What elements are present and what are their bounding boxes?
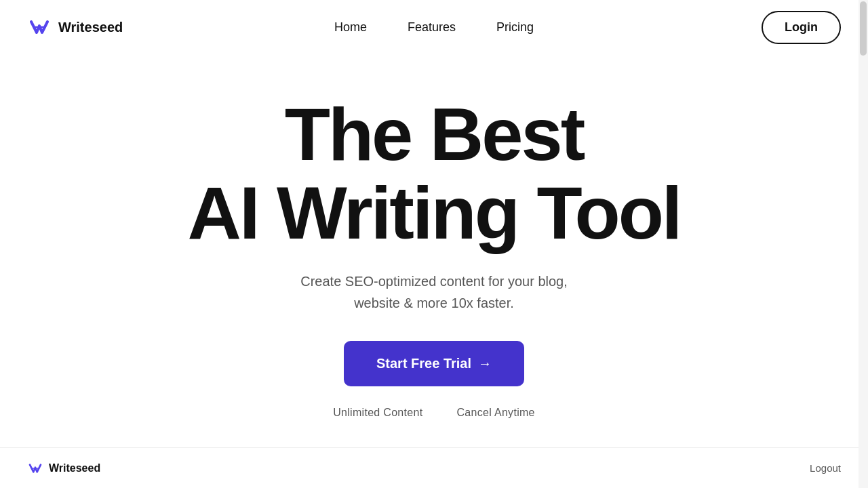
logo-text: Writeseed xyxy=(58,20,123,35)
hero-subtitle: Create SEO-optimized content for your bl… xyxy=(300,270,568,314)
badge-unlimited-content: Unlimited Content xyxy=(333,407,422,419)
navbar: Writeseed Home Features Pricing Login xyxy=(0,0,868,54)
feature-badges: Unlimited Content Cancel Anytime xyxy=(333,407,535,419)
writeseed-logo-icon xyxy=(27,15,52,39)
hero-title-line2: AI Writing Tool xyxy=(188,171,681,254)
footer-logo-area[interactable]: Writeseed xyxy=(27,460,100,476)
footer-logo-text: Writeseed xyxy=(49,462,100,474)
logo-area[interactable]: Writeseed xyxy=(27,15,123,39)
nav-link-home[interactable]: Home xyxy=(334,20,367,35)
scrollbar-thumb[interactable] xyxy=(860,1,867,56)
hero-subtitle-line1: Create SEO-optimized content for your bl… xyxy=(300,274,568,289)
footer: Writeseed Logout xyxy=(0,447,868,488)
hero-title: The Best AI Writing Tool xyxy=(188,95,681,251)
hero-subtitle-line2: website & more 10x faster. xyxy=(354,296,514,310)
footer-writeseed-logo-icon xyxy=(27,460,43,476)
cta-arrow-icon: → xyxy=(478,356,492,371)
nav-links: Home Features Pricing xyxy=(334,20,534,35)
scrollbar-track[interactable] xyxy=(859,0,868,488)
nav-link-features[interactable]: Features xyxy=(408,20,456,35)
logout-button[interactable]: Logout xyxy=(810,462,841,474)
login-button[interactable]: Login xyxy=(762,11,841,44)
cta-label: Start Free Trial xyxy=(376,356,471,371)
start-free-trial-button[interactable]: Start Free Trial → xyxy=(344,341,524,386)
hero-section: The Best AI Writing Tool Create SEO-opti… xyxy=(0,54,868,419)
nav-link-pricing[interactable]: Pricing xyxy=(496,20,534,35)
badge-cancel-anytime: Cancel Anytime xyxy=(456,407,534,419)
hero-title-line1: The Best xyxy=(285,92,584,176)
